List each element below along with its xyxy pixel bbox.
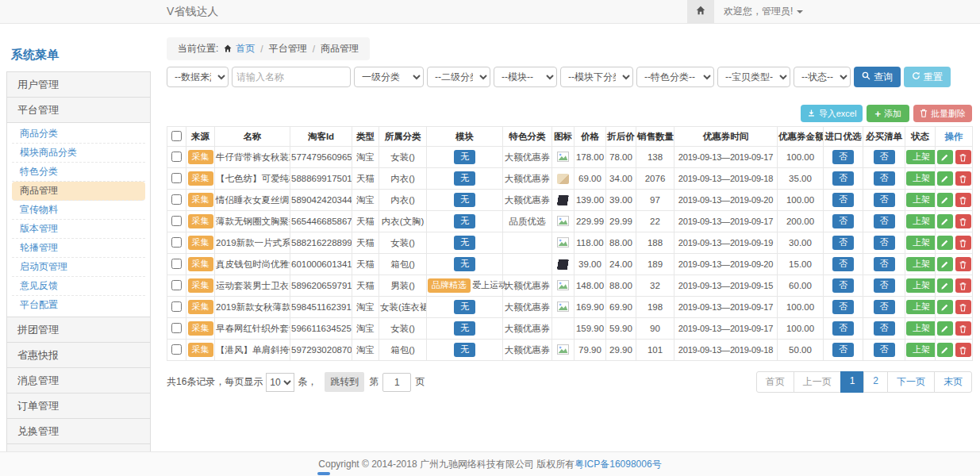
import-badge[interactable]: 否 bbox=[832, 193, 854, 207]
must-buy-badge[interactable]: 否 bbox=[874, 236, 895, 250]
jump-page-input[interactable] bbox=[382, 373, 411, 392]
import-excel-button[interactable]: 导入excel bbox=[801, 105, 863, 122]
page-button-首页[interactable]: 首页 bbox=[756, 371, 794, 393]
status-badge[interactable]: 上架 bbox=[906, 193, 936, 207]
icp-link[interactable]: 粤ICP备16098006号 bbox=[575, 459, 661, 470]
delete-button[interactable] bbox=[955, 257, 971, 271]
sidebar-item-exchange-mgmt[interactable]: 兑换管理 bbox=[6, 418, 151, 444]
import-badge[interactable]: 否 bbox=[832, 257, 854, 271]
page-button-1[interactable]: 1 bbox=[840, 371, 865, 393]
row-checkbox[interactable] bbox=[171, 280, 182, 290]
page-button-末页[interactable]: 末页 bbox=[934, 371, 972, 393]
data-source-select[interactable]: --数据来源-- bbox=[167, 67, 229, 87]
row-checkbox[interactable] bbox=[171, 216, 182, 226]
import-badge[interactable]: 否 bbox=[832, 150, 854, 164]
row-checkbox[interactable] bbox=[171, 152, 182, 162]
level1-category-select[interactable]: 一级分类 bbox=[354, 67, 424, 87]
delete-button[interactable] bbox=[955, 321, 971, 336]
import-badge[interactable]: 否 bbox=[832, 171, 854, 186]
sidebar-item-user-mgmt[interactable]: 用户管理 bbox=[6, 71, 151, 98]
must-buy-badge[interactable]: 否 bbox=[874, 193, 895, 207]
status-badge[interactable]: 上架 bbox=[906, 257, 936, 271]
sidebar-item-platform-mgmt[interactable]: 平台管理 bbox=[6, 97, 151, 123]
status-badge[interactable]: 上架 bbox=[906, 300, 936, 314]
edit-button[interactable] bbox=[937, 300, 953, 314]
sidebar-subitem-feedback[interactable]: 意见反馈 bbox=[12, 277, 145, 296]
must-buy-badge[interactable]: 否 bbox=[874, 343, 895, 357]
edit-button[interactable] bbox=[937, 321, 953, 336]
delete-button[interactable] bbox=[955, 214, 971, 228]
home-nav-button[interactable] bbox=[687, 0, 714, 23]
must-buy-badge[interactable]: 否 bbox=[874, 171, 895, 186]
must-buy-badge[interactable]: 否 bbox=[874, 278, 895, 293]
must-buy-badge[interactable]: 否 bbox=[874, 257, 895, 271]
import-badge[interactable]: 否 bbox=[832, 343, 854, 357]
edit-button[interactable] bbox=[937, 193, 953, 207]
edit-button[interactable] bbox=[937, 236, 953, 250]
sidebar-subitem-promo-material[interactable]: 宣传物料 bbox=[12, 201, 145, 220]
module-select[interactable]: --模块-- bbox=[494, 67, 557, 87]
row-checkbox[interactable] bbox=[171, 237, 182, 248]
row-checkbox[interactable] bbox=[171, 259, 182, 269]
row-checkbox[interactable] bbox=[171, 344, 182, 355]
row-checkbox[interactable] bbox=[171, 194, 182, 205]
row-checkbox[interactable] bbox=[171, 173, 182, 183]
item-type-select[interactable]: --宝贝类型-- bbox=[717, 67, 790, 87]
sidebar-item-express-news[interactable]: 省惠快报 bbox=[6, 342, 151, 368]
status-badge[interactable]: 上架 bbox=[906, 214, 936, 228]
feature-category-select[interactable]: --特色分类-- bbox=[636, 67, 714, 87]
status-badge[interactable]: 上架 bbox=[906, 278, 936, 293]
batch-delete-button[interactable]: 批量删除 bbox=[913, 105, 972, 122]
must-buy-badge[interactable]: 否 bbox=[874, 321, 895, 336]
select-all-checkbox[interactable] bbox=[171, 131, 182, 141]
sidebar-item-message-mgmt[interactable]: 消息管理 bbox=[6, 367, 151, 393]
status-badge[interactable]: 上架 bbox=[906, 321, 936, 336]
edit-button[interactable] bbox=[937, 214, 953, 228]
add-button[interactable]: + 添加 bbox=[867, 105, 909, 122]
edit-button[interactable] bbox=[937, 278, 953, 293]
level2-category-select[interactable]: --二级分类-- bbox=[427, 67, 490, 87]
edit-button[interactable] bbox=[937, 257, 953, 271]
must-buy-badge[interactable]: 否 bbox=[874, 300, 895, 314]
reset-button[interactable]: 重置 bbox=[904, 67, 951, 87]
search-button[interactable]: 查询 bbox=[854, 67, 901, 87]
user-menu[interactable]: 欢迎您，管理员! bbox=[724, 0, 803, 23]
sidebar-item-group-buy-mgmt[interactable]: 拼团管理 bbox=[6, 317, 151, 343]
sidebar-subitem-goods-mgmt[interactable]: 商品管理 bbox=[12, 182, 145, 201]
must-buy-badge[interactable]: 否 bbox=[874, 150, 895, 164]
status-badge[interactable]: 上架 bbox=[906, 171, 936, 186]
name-search-input[interactable] bbox=[232, 67, 351, 87]
jump-button[interactable]: 跳转到 bbox=[325, 372, 364, 392]
sidebar-subitem-goods-category[interactable]: 商品分类 bbox=[12, 125, 145, 144]
edit-button[interactable] bbox=[937, 150, 953, 164]
delete-button[interactable] bbox=[955, 171, 971, 186]
status-badge[interactable]: 上架 bbox=[906, 343, 936, 357]
sidebar-subitem-splash-mgmt[interactable]: 启动页管理 bbox=[12, 258, 145, 277]
import-badge[interactable]: 否 bbox=[832, 321, 854, 336]
import-badge[interactable]: 否 bbox=[832, 300, 854, 314]
page-button-上一页[interactable]: 上一页 bbox=[794, 371, 841, 393]
delete-button[interactable] bbox=[955, 300, 971, 314]
status-select[interactable]: --状态-- bbox=[794, 67, 851, 87]
delete-button[interactable] bbox=[955, 150, 971, 164]
scrollbar-thumb[interactable] bbox=[317, 472, 330, 475]
sidebar-subitem-module-goods-category[interactable]: 模块商品分类 bbox=[12, 144, 145, 163]
sidebar-subitem-feature-category[interactable]: 特色分类 bbox=[12, 163, 145, 182]
sidebar-subitem-platform-config[interactable]: 平台配置 bbox=[12, 296, 145, 315]
import-badge[interactable]: 否 bbox=[832, 214, 854, 228]
edit-button[interactable] bbox=[937, 343, 953, 357]
edit-button[interactable] bbox=[937, 171, 953, 186]
status-badge[interactable]: 上架 bbox=[906, 150, 936, 164]
delete-button[interactable] bbox=[955, 343, 971, 357]
sidebar-subitem-version-mgmt[interactable]: 版本管理 bbox=[12, 220, 145, 239]
delete-button[interactable] bbox=[955, 236, 971, 250]
delete-button[interactable] bbox=[955, 278, 971, 293]
sidebar-subitem-carousel-mgmt[interactable]: 轮播管理 bbox=[12, 239, 145, 258]
page-button-2[interactable]: 2 bbox=[863, 371, 888, 393]
import-badge[interactable]: 否 bbox=[832, 278, 854, 293]
delete-button[interactable] bbox=[955, 193, 971, 207]
breadcrumb-home-link[interactable]: 首页 bbox=[236, 42, 255, 56]
sidebar-item-order-mgmt[interactable]: 订单管理 bbox=[6, 393, 151, 419]
per-page-select[interactable]: 10 bbox=[266, 373, 294, 392]
row-checkbox[interactable] bbox=[171, 301, 182, 312]
